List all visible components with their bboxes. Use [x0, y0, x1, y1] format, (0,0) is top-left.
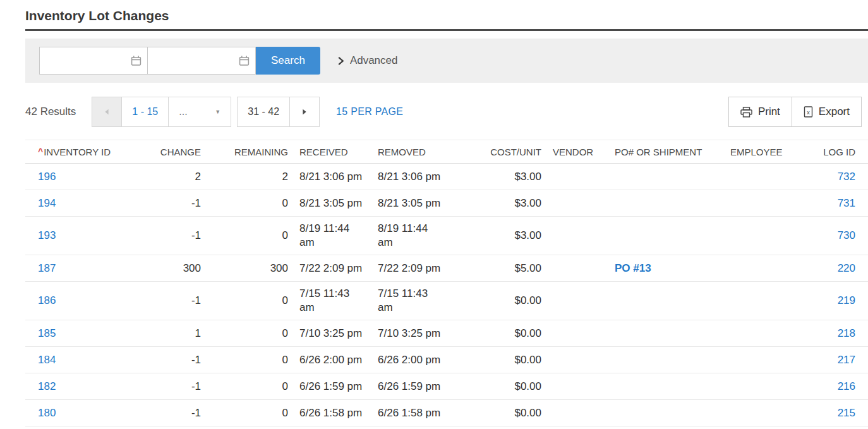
cost-unit-cell: $0.00	[456, 406, 541, 420]
table-row: 182 -1 0 6/26 1:59 pm 6/26 1:59 pm $0.00…	[25, 373, 868, 400]
table-row: 180 -1 0 6/26 1:58 pm 6/26 1:58 pm $0.00…	[25, 400, 868, 426]
log-id-link[interactable]: 215	[802, 406, 855, 420]
received-cell: 8/21 3:05 pm	[299, 196, 366, 210]
inventory-id-link[interactable]: 194	[38, 196, 133, 210]
log-id-link[interactable]: 219	[802, 294, 855, 308]
remaining-cell: 300	[212, 262, 288, 275]
received-cell: 6/26 1:58 pm	[299, 406, 366, 420]
prev-page-button[interactable]	[92, 97, 122, 127]
inventory-id-link[interactable]: 185	[38, 327, 133, 341]
chevron-right-icon	[300, 107, 309, 117]
cost-unit-cell: $0.00	[456, 353, 541, 367]
col-header-vendor[interactable]: VENDOR	[553, 147, 603, 157]
log-id-link[interactable]: 216	[802, 380, 855, 394]
remaining-cell: 0	[212, 327, 288, 341]
cost-unit-cell: $3.00	[456, 196, 541, 210]
inventory-id-link[interactable]: 180	[38, 406, 133, 420]
cost-unit-cell: $0.00	[456, 380, 541, 394]
change-cell: -1	[144, 406, 201, 420]
cost-unit-cell: $0.00	[456, 294, 541, 308]
col-header-remaining[interactable]: REMAINING	[212, 147, 288, 157]
change-cell: -1	[144, 229, 201, 243]
removed-cell: 7/22 2:09 pm	[378, 262, 445, 275]
inventory-id-link[interactable]: 196	[38, 170, 133, 184]
log-id-link[interactable]: 220	[802, 262, 855, 275]
search-button[interactable]: Search	[256, 47, 320, 75]
pagination-group-end: 31 - 42	[238, 97, 320, 127]
col-header-cost-unit[interactable]: COST/UNIT	[456, 147, 541, 157]
export-spreadsheet-icon: x	[804, 106, 813, 118]
inventory-id-link[interactable]: 182	[38, 380, 133, 394]
removed-cell: 7/15 11:43 am	[378, 287, 445, 315]
inventory-id-link[interactable]: 187	[38, 262, 133, 275]
col-header-label: INVENTORY ID	[44, 147, 111, 157]
cost-unit-cell: $3.00	[456, 229, 541, 243]
advanced-toggle[interactable]: Advanced	[337, 54, 398, 67]
remaining-cell: 0	[212, 353, 288, 367]
col-header-received[interactable]: RECEIVED	[299, 147, 366, 157]
calendar-icon[interactable]	[131, 56, 142, 66]
current-page-range-button[interactable]: 1 - 15	[121, 97, 169, 127]
received-cell: 7/15 11:43 am	[299, 287, 366, 315]
next-page-button[interactable]	[289, 97, 320, 127]
printer-icon	[740, 107, 752, 118]
cost-unit-cell: $5.00	[456, 262, 541, 275]
export-button[interactable]: x Export	[792, 97, 862, 127]
received-cell: 7/10 3:25 pm	[299, 327, 366, 341]
log-id-link[interactable]: 730	[802, 229, 855, 243]
page-select-dropdown[interactable]: ... ▼	[168, 97, 231, 127]
removed-cell: 8/21 3:05 pm	[378, 196, 445, 210]
log-id-link[interactable]: 217	[802, 353, 855, 367]
remaining-cell: 0	[212, 406, 288, 420]
remaining-cell: 2	[212, 170, 288, 184]
col-header-removed[interactable]: REMOVED	[378, 147, 445, 157]
change-cell: 1	[144, 327, 201, 341]
chevron-left-icon	[102, 107, 111, 117]
advanced-label: Advanced	[350, 54, 398, 67]
received-cell: 8/19 11:44 am	[299, 222, 366, 250]
removed-cell: 7/10 3:25 pm	[378, 327, 445, 341]
calendar-icon[interactable]	[239, 56, 250, 66]
table-row: 193 -1 0 8/19 11:44 am 8/19 11:44 am $3.…	[25, 217, 868, 255]
remaining-cell: 0	[212, 380, 288, 394]
change-cell: 300	[144, 262, 201, 275]
table-row: 185 1 0 7/10 3:25 pm 7/10 3:25 pm $0.00 …	[25, 320, 868, 347]
last-page-range-button[interactable]: 31 - 42	[237, 97, 290, 127]
col-header-log-id[interactable]: LOG ID	[802, 147, 855, 157]
inventory-id-link[interactable]: 186	[38, 294, 133, 308]
per-page-link[interactable]: 15 PER PAGE	[336, 106, 403, 118]
change-cell: 2	[144, 170, 201, 184]
chevron-right-icon	[337, 56, 344, 66]
received-cell: 6/26 1:59 pm	[299, 380, 366, 394]
inventory-id-link[interactable]: 184	[38, 353, 133, 367]
removed-cell: 8/21 3:06 pm	[378, 170, 445, 184]
col-header-inventory-id[interactable]: ^ INVENTORY ID	[38, 147, 133, 157]
table-row: 187 300 300 7/22 2:09 pm 7/22 2:09 pm $5…	[25, 255, 868, 282]
sort-ascending-icon: ^	[38, 147, 43, 157]
export-label: Export	[819, 106, 850, 118]
date-to-field	[147, 47, 256, 75]
inventory-id-link[interactable]: 193	[38, 229, 133, 243]
print-label: Print	[758, 106, 780, 118]
print-button[interactable]: Print	[728, 97, 792, 127]
log-id-link[interactable]: 731	[802, 196, 855, 210]
table-row: 186 -1 0 7/15 11:43 am 7/15 11:43 am $0.…	[25, 282, 868, 320]
removed-cell: 6/26 1:59 pm	[378, 380, 445, 394]
change-cell: -1	[144, 196, 201, 210]
remaining-cell: 0	[212, 294, 288, 308]
col-header-change[interactable]: CHANGE	[144, 147, 201, 157]
chevron-down-icon: ▼	[215, 109, 220, 115]
col-header-po-or-shipment[interactable]: PO# OR SHIPMENT	[615, 147, 719, 157]
table-header-row: ^ INVENTORY ID CHANGE REMAINING RECEIVED…	[25, 140, 868, 164]
change-cell: -1	[144, 294, 201, 308]
results-count: 42 Results	[25, 106, 76, 118]
cost-unit-cell: $3.00	[456, 170, 541, 184]
inventory-lot-changes-table: ^ INVENTORY ID CHANGE REMAINING RECEIVED…	[25, 140, 868, 426]
col-header-employee[interactable]: EMPLOYEE	[730, 147, 790, 157]
po-shipment-link[interactable]: PO #13	[615, 262, 719, 275]
log-id-link[interactable]: 218	[802, 327, 855, 341]
table-actions: Print x Export	[729, 97, 862, 127]
log-id-link[interactable]: 732	[802, 170, 855, 184]
search-panel: Search Advanced	[25, 39, 868, 83]
date-from-field	[39, 47, 148, 75]
